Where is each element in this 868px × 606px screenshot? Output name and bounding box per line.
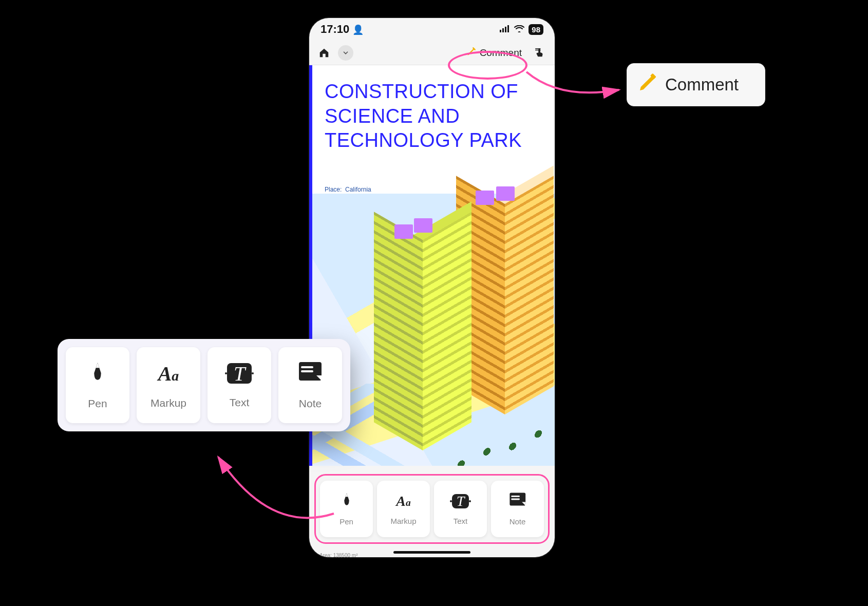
tool-markup-label: Markup xyxy=(390,517,416,525)
comment-label: Comment xyxy=(480,47,522,59)
callout-tool-markup-label: Markup xyxy=(150,397,186,409)
tool-text-label: Text xyxy=(454,517,468,525)
svg-rect-3 xyxy=(507,25,509,32)
svg-rect-0 xyxy=(500,30,501,32)
callout-comment-label: Comment xyxy=(665,75,739,94)
status-time: 17:10👤 xyxy=(320,23,364,36)
pencil-icon xyxy=(637,72,658,98)
phone-frame: 17:10👤 98 Comment xyxy=(309,18,555,557)
text-stamp-icon: T xyxy=(227,362,252,385)
document-title: CONSTRUCTION OF SCIENCE AND TECHNOLOGY P… xyxy=(312,65,555,158)
battery-level: 98 xyxy=(529,24,543,35)
callout-tool-markup[interactable]: Aa Markup xyxy=(137,347,200,423)
tool-markup[interactable]: Aa Markup xyxy=(377,481,430,537)
pencil-icon xyxy=(466,46,477,59)
markup-icon: Aa xyxy=(396,493,410,509)
markup-icon: Aa xyxy=(158,362,179,386)
callout-tool-note[interactable]: Note xyxy=(278,347,342,423)
callout-tool-text-label: Text xyxy=(230,396,250,409)
svg-rect-1 xyxy=(502,28,504,32)
tool-text[interactable]: T Text xyxy=(434,481,487,537)
callout-tool-text[interactable]: T Text xyxy=(207,347,271,423)
callout-toolbar: Pen Aa Markup T Text Note xyxy=(58,339,350,431)
note-icon xyxy=(509,492,526,510)
chevron-down-icon[interactable] xyxy=(338,45,353,61)
tool-note-label: Note xyxy=(510,517,526,526)
pen-icon xyxy=(339,492,354,510)
svg-rect-2 xyxy=(505,27,506,32)
note-icon xyxy=(298,361,323,386)
pen-icon xyxy=(87,361,108,386)
tool-note[interactable]: Note xyxy=(491,481,544,537)
callout-comment: Comment xyxy=(627,63,765,106)
text-stamp-icon: T xyxy=(452,493,469,509)
tool-pen-label: Pen xyxy=(339,517,353,526)
wifi-icon xyxy=(514,24,524,35)
touch-mode-icon[interactable] xyxy=(531,44,549,62)
annotation-toolbar: Pen Aa Markup T Text Note xyxy=(320,481,544,537)
callout-tool-pen-label: Pen xyxy=(88,397,107,410)
comment-button[interactable]: Comment xyxy=(462,44,526,61)
callout-tool-note-label: Note xyxy=(299,397,322,410)
status-bar: 17:10👤 98 xyxy=(309,18,555,41)
home-icon[interactable] xyxy=(315,44,333,62)
home-indicator[interactable] xyxy=(393,551,470,554)
annotation-toolbar-highlight: Pen Aa Markup T Text Note xyxy=(314,474,550,544)
callout-tool-pen[interactable]: Pen xyxy=(66,347,129,423)
cellular-icon xyxy=(500,24,510,35)
user-icon: 👤 xyxy=(352,25,364,35)
app-toolbar: Comment xyxy=(309,41,555,65)
tool-pen[interactable]: Pen xyxy=(320,481,373,537)
